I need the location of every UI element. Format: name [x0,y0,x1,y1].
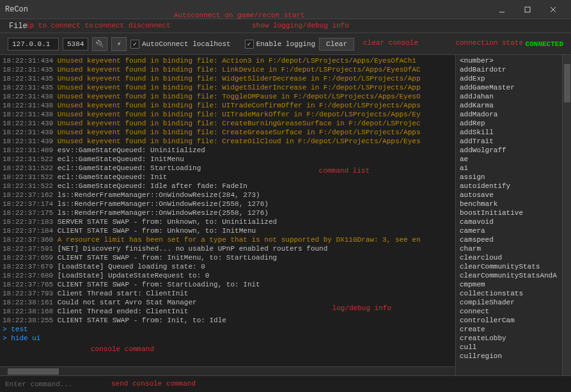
console-line: 18:22:31:438 Unused keyevent found in bi… [3,92,453,101]
console-line: 18:22:31:522 ecl::GameStateQueued: Idle … [3,182,453,191]
command-list-item[interactable]: addKarma [460,101,567,110]
annotation-ip: ip to connect to [26,22,93,29]
connection-state: CONNECTED [526,40,563,48]
command-list-item[interactable]: benchmark [460,200,567,208]
command-list-item[interactable]: cullregion [460,352,567,361]
command-list-item[interactable]: camera [460,226,567,235]
close-button[interactable] [540,1,566,19]
console-line: 18:22:37:765 CLIENT STATE SWAP - from: S… [3,280,453,289]
console-line: 18:22:38:255 CLIENT STATE SWAP - from: I… [3,316,453,325]
enable-logging-checkbox-wrap[interactable]: ✓ Enable logging [245,40,315,49]
console-line: 18:22:31:439 Unused keyevent found in bi… [3,128,453,137]
console-line: 18:22:37:175 ls::RenderFrameManager::OnW… [3,208,453,217]
command-list-item[interactable]: clearCommunityStats [460,262,567,271]
console-line: 18:22:31:435 Unused keyevent found in bi… [3,74,453,83]
console-line: 18:22:37:679 [LoadState] Queued loading … [3,262,453,271]
clear-button[interactable]: Clear [319,38,354,51]
console-line: 18:22:37:591 [NET] Discovery finished...… [3,244,453,253]
enable-logging-checkbox[interactable]: ✓ [245,40,254,49]
console-line: 18:22:31:489 esv::GameStateQueued: Unini… [3,146,453,155]
menu-file[interactable]: File [5,20,31,32]
console-line: 18:22:37:793 Client Thread start: Client… [3,289,453,298]
console-line: 18:22:37:183 SERVER STATE SWAP - from: U… [3,217,453,226]
autoconnect-checkbox-wrap[interactable]: ✓ AutoConnect localhost [130,40,231,49]
autoconnect-checkbox[interactable]: ✓ [130,40,139,49]
console-line: 18:22:31:435 Unused keyevent found in bi… [3,65,453,74]
command-list-item[interactable]: clearcloud [460,253,567,262]
console-line: 18:22:38:168 Client Thread ended: Client… [3,307,453,316]
command-list-item[interactable]: clearCommunityStatsAndA [460,271,567,280]
disconnect-button[interactable]: ⚡ [111,37,127,51]
command-list[interactable]: <number>addBairdotraddExpaddGameMasterad… [456,55,571,375]
console-output[interactable]: 18:22:31:434 Unused keyevent found in bi… [0,55,456,375]
command-list-item[interactable]: addBairdotr [460,65,567,74]
port-input[interactable] [63,38,88,51]
command-list-item[interactable]: addRep [460,119,567,128]
command-list-item[interactable]: collectionstats [460,289,567,298]
command-list-item[interactable]: cmpmem [460,280,567,289]
command-list-item[interactable]: addGameMaster [460,83,567,92]
console-line: 18:22:31:438 Unused keyevent found in bi… [3,110,453,119]
autoconnect-label: AutoConnect localhost [142,40,231,48]
command-list-item[interactable]: autoidentify [460,182,567,191]
minimize-button[interactable] [489,1,515,19]
console-line: 18:22:37:659 CLIENT STATE SWAP - from: I… [3,253,453,262]
annotation-consolecmd: console command [91,345,154,353]
command-list-item[interactable]: controllerCam [460,316,567,325]
enable-logging-label: Enable logging [256,40,315,48]
command-list-item[interactable]: camavoid [460,217,567,226]
vscroll-thumb[interactable] [564,64,570,102]
command-list-item[interactable]: addWolgraff [460,146,567,155]
console-line: 18:22:31:434 Unused keyevent found in bi… [3,56,453,65]
console-line: 18:22:31:522 ecl::GameStateQueued: InitM… [3,155,453,164]
console-line: 18:22:31:522 ecl::GameStateQueued: Start… [3,164,453,173]
command-list-item[interactable]: <number> [460,56,567,65]
console-line: 18:22:37:174 ls::RenderFrameManager::OnW… [3,200,453,208]
console-user-input: > test [3,325,453,334]
main-area: 18:22:31:434 Unused keyevent found in bi… [0,55,571,375]
titlebar: ReCon [0,0,571,19]
console-line: 18:22:37:162 ls::RenderFrameManager::OnW… [3,191,453,200]
console-line: 18:22:38:161 Could not start Avro Stat M… [3,298,453,307]
console-line: 18:22:31:439 Unused keyevent found in bi… [3,119,453,128]
console-line: 18:22:31:439 Unused keyevent found in bi… [3,137,453,146]
annotation-logging: show logging/debug info [252,22,349,29]
command-list-item[interactable]: ae [460,155,567,164]
plug-icon: 🔌 [95,40,104,48]
command-list-item[interactable]: create [460,325,567,334]
command-list-item[interactable]: addExp [460,74,567,83]
cmdlist-vscrollbar[interactable] [562,55,571,375]
console-hscrollbar[interactable] [0,366,455,375]
command-list-item[interactable]: autosave [460,191,567,200]
ip-input[interactable] [8,38,59,51]
command-list-item[interactable]: addJahan [460,92,567,101]
command-list-item[interactable]: compileShader [460,298,567,307]
command-list-item[interactable]: addTrait [460,137,567,146]
console-line: 18:22:37:184 CLIENT STATE SWAP - from: U… [3,226,453,235]
console-line: 18:22:37:360 A resource limit has been s… [3,235,453,244]
hscroll-thumb[interactable] [8,368,59,375]
command-list-item[interactable]: camspeed [460,235,567,244]
command-list-item[interactable]: ai [460,164,567,173]
console-user-input: > hide ui [3,334,453,343]
command-input[interactable] [0,378,571,391]
annotation-connstate: connection state [455,39,523,47]
command-list-item[interactable]: assign [460,173,567,182]
command-list-item[interactable]: charm [460,244,567,253]
command-list-item[interactable]: connect [460,307,567,316]
console-line: 18:22:37:680 [LoadState] UpdateStateRequ… [3,271,453,280]
command-list-item[interactable]: addSkill [460,128,567,137]
console-line: 18:22:31:435 Unused keyevent found in bi… [3,83,453,92]
console-line: 18:22:31:438 Unused keyevent found in bi… [3,101,453,110]
menubar: File ip to connect to connect disconnect… [0,19,571,33]
console-line: 18:22:31:522 ecl::GameStateQueued: Init [3,173,453,182]
connect-button[interactable]: 🔌 [92,37,107,51]
command-list-item[interactable]: addMadora [460,110,567,119]
command-list-item[interactable]: boostInitiative [460,208,567,217]
command-list-item[interactable]: cull [460,343,567,352]
annotation-clear: clear console [363,39,418,47]
maximize-button[interactable] [515,1,540,19]
annotation-connect: connect disconnect [95,22,171,29]
toolbar: 🔌 ⚡ ✓ AutoConnect localhost ✓ Enable log… [0,33,571,55]
command-list-item[interactable]: createLobby [460,334,567,343]
